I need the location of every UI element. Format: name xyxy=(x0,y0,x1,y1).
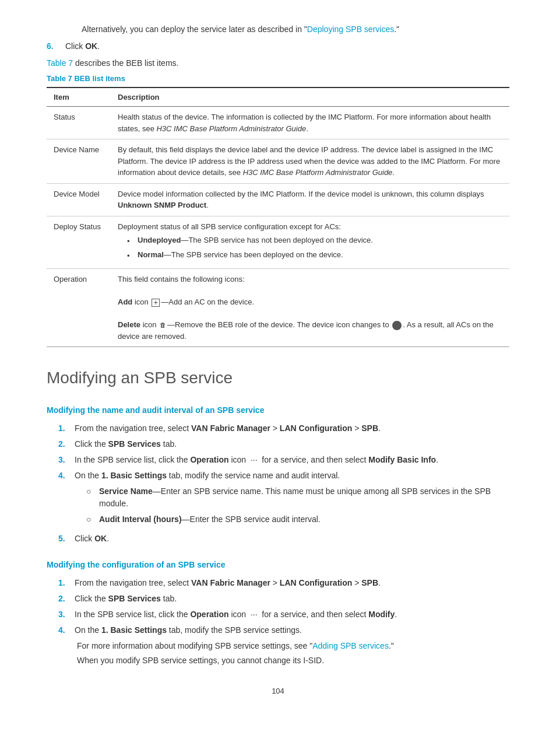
table-row-deploy-status: Deploy Status Deployment status of all S… xyxy=(47,216,509,269)
table-header-item: Item xyxy=(47,88,111,107)
sub2-step3-content: In the SPB service list, click the Opera… xyxy=(75,608,397,621)
delete-icon: 🗑 xyxy=(160,320,166,330)
subsection2-heading: Modifying the configuration of an SPB se… xyxy=(47,559,509,571)
sub1-step4-content: On the 1. Basic Settings tab, modify the… xyxy=(75,470,509,529)
sub1-step2-num: 2. xyxy=(58,438,75,450)
row-desc-device-model: Device model information collected by th… xyxy=(111,183,509,216)
add-icon: + xyxy=(152,299,160,307)
row-desc-status: Health status of the device. The informa… xyxy=(111,107,509,139)
sub1-step1-num: 1. xyxy=(58,422,75,435)
step-6-content: Click OK. xyxy=(65,40,509,52)
sub1-step4-a: ○ Service Name—Enter an SPB service name… xyxy=(86,485,509,510)
bullet-normal: Normal—The SPB service has been deployed… xyxy=(127,249,502,262)
sub2-step1: 1. From the navigation tree, select VAN … xyxy=(58,577,509,589)
row-item-operation: Operation xyxy=(47,269,111,347)
sub2-step4: 4. On the 1. Basic Settings tab, modify … xyxy=(58,624,509,667)
deploying-spb-link[interactable]: Deploying SPB services xyxy=(307,24,394,34)
sub2-step4-num: 4. xyxy=(58,624,75,667)
step-6: 6. Click OK. xyxy=(47,40,509,52)
sub2-step1-content: From the navigation tree, select VAN Fab… xyxy=(75,577,381,589)
intro-paragraph: Alternatively, you can deploy the servic… xyxy=(82,23,509,36)
table-header-description: Description xyxy=(111,88,509,107)
sub2-step3-num: 3. xyxy=(58,608,75,621)
beb-list-table: Item Description Status Health status of… xyxy=(47,87,509,348)
sub1-step4: 4. On the 1. Basic Settings tab, modify … xyxy=(58,470,509,529)
sub2-step1-num: 1. xyxy=(58,577,75,589)
row-desc-operation: This field contains the following icons:… xyxy=(111,269,509,347)
table-reference: Table 7 describes the BEB list items. xyxy=(47,57,509,69)
sub1-step4-b: ○ Audit Interval (hours)—Enter the SPB s… xyxy=(86,513,509,526)
table-title: Table 7 BEB list items xyxy=(47,73,509,85)
subsection1-heading: Modifying the name and audit interval of… xyxy=(47,404,509,416)
bullet-undeployed: Undeployed—The SPB service has not been … xyxy=(127,235,502,247)
sub1-step3: 3. In the SPB service list, click the Op… xyxy=(58,454,509,466)
circle-bullet-a: ○ xyxy=(86,485,97,510)
table-row-device-model: Device Model Device model information co… xyxy=(47,183,509,216)
sub1-step2: 2. Click the SPB Services tab. xyxy=(58,438,509,450)
adding-spb-services-link[interactable]: Adding SPB services xyxy=(312,641,389,650)
table7-link[interactable]: Table 7 xyxy=(47,58,73,68)
subsection2-steps: 1. From the navigation tree, select VAN … xyxy=(58,577,509,667)
page-number: 104 xyxy=(47,685,509,697)
row-desc-device-name: By default, this field displays the devi… xyxy=(111,139,509,184)
table-row-operation: Operation This field contains the follow… xyxy=(47,269,509,347)
sub1-step5: 5. Click OK. xyxy=(58,533,509,545)
subsection1-steps: 1. From the navigation tree, select VAN … xyxy=(58,422,509,545)
sub2-step2: 2. Click the SPB Services tab. xyxy=(58,593,509,605)
sub1-step5-content: Click OK. xyxy=(75,533,109,545)
sub2-step4-content: On the 1. Basic Settings tab, modify the… xyxy=(75,624,394,667)
table-row-device-name: Device Name By default, this field displ… xyxy=(47,139,509,184)
sub2-step2-content: Click the SPB Services tab. xyxy=(75,593,177,605)
sub1-step1-content: From the navigation tree, select VAN Fab… xyxy=(75,422,381,435)
row-item-deploy-status: Deploy Status xyxy=(47,216,111,269)
row-item-device-model: Device Model xyxy=(47,183,111,216)
row-item-status: Status xyxy=(47,107,111,139)
row-desc-deploy-status: Deployment status of all SPB service con… xyxy=(111,216,509,269)
sub1-step3-content: In the SPB service list, click the Opera… xyxy=(75,454,438,466)
modifying-spb-heading: Modifying an SPB service xyxy=(47,366,509,390)
sub2-step2-num: 2. xyxy=(58,593,75,605)
table-row-status: Status Health status of the device. The … xyxy=(47,107,509,139)
circle-bullet-b: ○ xyxy=(86,513,97,526)
device-changed-icon xyxy=(392,321,402,330)
sub1-step5-num: 5. xyxy=(58,533,75,545)
sub2-step3: 3. In the SPB service list, click the Op… xyxy=(58,608,509,621)
sub1-step2-content: Click the SPB Services tab. xyxy=(75,438,177,450)
sub1-step1: 1. From the navigation tree, select VAN … xyxy=(58,422,509,435)
step-6-number: 6. xyxy=(47,40,65,52)
sub1-step3-num: 3. xyxy=(58,454,75,466)
sub1-step4-num: 4. xyxy=(58,470,75,529)
row-item-device-name: Device Name xyxy=(47,139,111,184)
